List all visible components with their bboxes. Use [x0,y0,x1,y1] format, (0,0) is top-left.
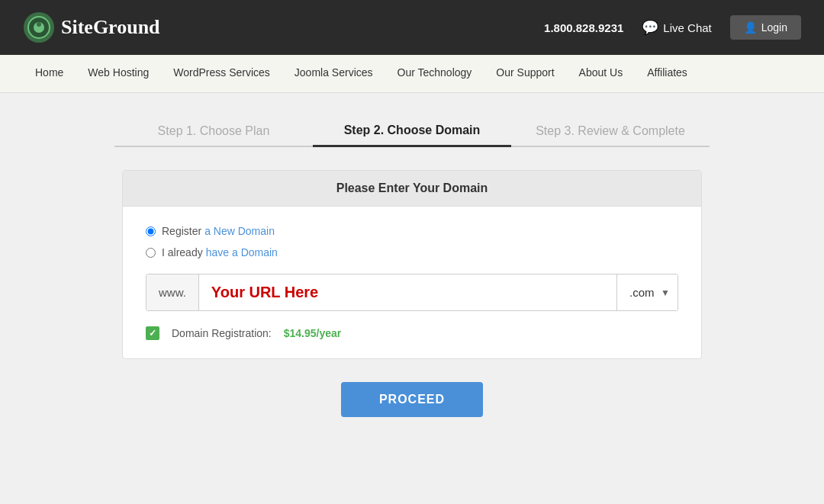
step-2: Step 2. Choose Domain [313,124,511,147]
chat-icon: 💬 [642,19,658,36]
login-button[interactable]: 👤 Login [730,15,801,40]
radio-existing-domain-input[interactable] [146,248,156,258]
radio-existing-domain: I already have a Domain [146,246,678,258]
domain-card: Please Enter Your Domain Register a New … [122,170,702,359]
radio-new-domain: Register a New Domain [146,225,678,237]
logo-text: SiteGround [61,16,160,39]
tld-select[interactable]: .com .net .org .info .biz [617,277,678,308]
live-chat-button[interactable]: 💬 Live Chat [642,19,711,36]
www-prefix: www. [146,274,199,310]
logo-icon [23,11,55,43]
radio-existing-domain-link[interactable]: have a Domain [206,246,278,258]
card-header: Please Enter Your Domain [123,171,701,207]
card-body: Register a New Domain I already have a D… [123,207,701,358]
nav-item-home[interactable]: Home [23,55,76,93]
radio-new-domain-label: Register [162,225,201,237]
nav-item-affiliates[interactable]: Affiliates [635,55,700,93]
steps-container: Step 1. Choose Plan Step 2. Choose Domai… [114,124,710,147]
login-label: Login [761,21,787,34]
user-icon: 👤 [744,21,757,34]
topbar-right: 1.800.828.9231 💬 Live Chat 👤 Login [544,15,801,40]
step-3: Step 3. Review & Complete [511,124,710,147]
logo: SiteGround [23,11,160,43]
radio-existing-domain-label: I already [162,246,203,258]
domain-reg-price: $14.95/year [284,327,342,339]
proceed-button[interactable]: PROCEED [341,382,483,417]
main-content: Step 1. Choose Plan Step 2. Choose Domai… [0,93,824,490]
phone-number: 1.800.828.9231 [544,21,623,34]
navbar: Home Web Hosting WordPress Services Joom… [0,55,824,93]
domain-reg-checkbox[interactable] [146,326,159,340]
nav-item-support[interactable]: Our Support [484,55,566,93]
nav-item-joomla[interactable]: Joomla Services [282,55,385,93]
nav-item-wordpress[interactable]: WordPress Services [161,55,282,93]
url-input-row: www. .com .net .org .info .biz ▼ [146,274,678,311]
radio-new-domain-input[interactable] [146,226,156,236]
topbar: SiteGround 1.800.828.9231 💬 Live Chat 👤 … [0,0,824,55]
step-1: Step 1. Choose Plan [114,124,313,147]
nav-item-about[interactable]: About Us [567,55,636,93]
domain-reg-label: Domain Registration: [172,327,272,339]
tld-select-wrap: .com .net .org .info .biz ▼ [616,274,678,310]
svg-point-3 [37,22,41,27]
nav-item-web-hosting[interactable]: Web Hosting [76,55,161,93]
nav-item-technology[interactable]: Our Technology [385,55,484,93]
radio-new-domain-link[interactable]: a New Domain [204,225,275,237]
domain-registration-row: Domain Registration: $14.95/year [146,326,678,340]
url-input[interactable] [199,274,616,310]
live-chat-label: Live Chat [663,21,711,34]
